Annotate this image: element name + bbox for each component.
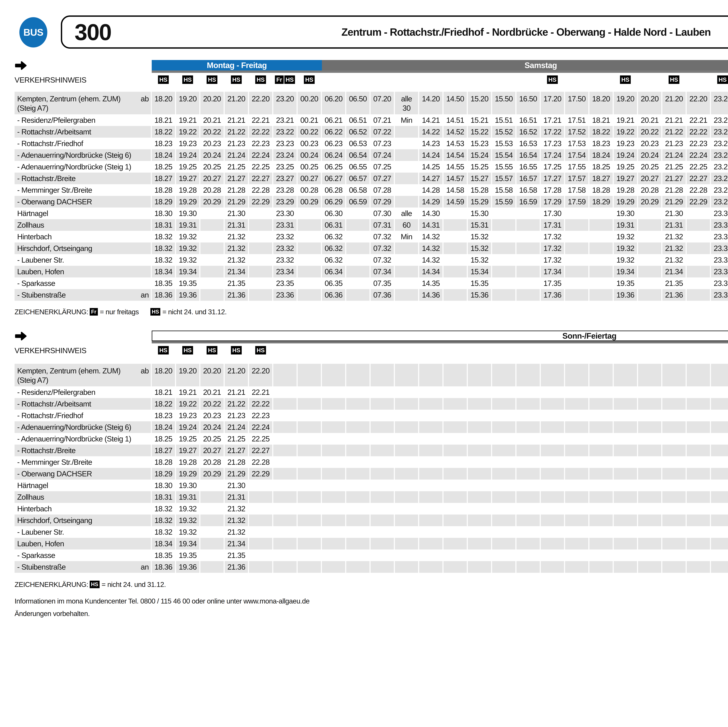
table-row: - Rottachstr./Arbeitsamt18.2219.2220.222… [0, 398, 728, 410]
time-cell: 06.32 [322, 231, 345, 242]
cell-bg [322, 421, 345, 433]
time-cell: 21.35 [225, 277, 248, 289]
time-cell: 07.29 [370, 196, 394, 208]
cell-bg [249, 491, 272, 503]
time-cell: 17.27 [541, 173, 564, 184]
cell-bg [638, 242, 661, 254]
time-cell: 18.35 [152, 277, 175, 289]
time-cell: 21.22 [662, 126, 686, 138]
station-name: Kempten, Zentrum (ehem. ZUM) (Steig A7) [17, 364, 121, 385]
hs-badge: HS [206, 346, 217, 355]
time-cell: 06.20 [322, 92, 345, 103]
time-cell: 20.29 [200, 196, 224, 208]
time-cell: 17.30 [541, 208, 564, 219]
time-cell: 21.25 [662, 161, 686, 173]
station-name: - Sparkasse [17, 549, 55, 561]
time-cell: 21.30 [662, 208, 686, 219]
time-cell: 06.36 [322, 289, 345, 301]
cell-bg [200, 538, 224, 549]
time-cell: 00.28 [298, 184, 321, 196]
cell-bg [395, 538, 418, 549]
station-name: - Rottachstr./Arbeitsamt [17, 126, 91, 138]
time-cell: 18.23 [589, 138, 613, 149]
time-cell: 20.28 [200, 456, 224, 468]
cell-bg [614, 421, 637, 433]
time-cell: 06.31 [322, 219, 345, 231]
cell-bg [541, 538, 564, 549]
time-cell: 20.20 [200, 92, 224, 103]
time-cell: 18.25 [152, 161, 175, 173]
time-cell: 18.29 [152, 196, 175, 208]
hs-badge: HS [717, 75, 728, 84]
cell-bg [273, 445, 297, 456]
time-cell: 19.23 [176, 410, 199, 421]
cell-bg [346, 468, 370, 479]
cell-bg [541, 561, 564, 573]
time-cell: 17.32 [541, 254, 564, 266]
station-name: - Oberwang DACHSER [17, 468, 92, 479]
time-cell: 20.25 [638, 161, 661, 173]
time-cell: 17.32 [541, 242, 564, 254]
time-cell: 16.53 [517, 138, 540, 149]
time-cell: 15.32 [468, 231, 491, 242]
cell-bg [273, 364, 297, 386]
time-cell: 23.32 [711, 242, 728, 254]
table-row: Hinterbach18.3219.3221.32 [0, 503, 728, 514]
cell-bg [200, 219, 224, 231]
time-cell: 19.34 [614, 266, 637, 277]
traffic-note-marks: HS [614, 75, 637, 84]
cell-bg [517, 445, 540, 456]
time-cell: 14.27 [419, 173, 442, 184]
cell-bg [687, 468, 710, 479]
cell-bg [662, 468, 686, 479]
time-cell: 06.52 [346, 126, 370, 138]
cell-bg [370, 491, 394, 503]
time-cell: 15.29 [468, 196, 491, 208]
cell-bg [589, 364, 613, 386]
time-cell: 22.22 [687, 126, 710, 138]
time-cell: 19.25 [614, 161, 637, 173]
cell-bg [346, 242, 370, 254]
time-cell: 23.21 [711, 114, 728, 126]
station-name: - Sparkasse [17, 277, 55, 289]
legend-weekday: ZEICHENERKLÄRUNG:Fr= nur freitagsHS= nic… [15, 308, 226, 316]
cell-bg [273, 538, 297, 549]
cell-bg [614, 445, 637, 456]
time-cell: 06.32 [322, 242, 345, 254]
table-row: - Rottachstr./Friedhof18.2319.2320.2321.… [0, 138, 728, 149]
cell-bg [370, 398, 394, 410]
cell-bg [638, 364, 661, 386]
time-cell: 17.32 [541, 231, 564, 242]
time-cell: 21.31 [662, 219, 686, 231]
cell-bg [273, 514, 297, 526]
time-cell: 21.23 [225, 138, 248, 149]
traffic-note-marks: FrHS [273, 75, 297, 84]
cell-bg [468, 468, 491, 479]
cell-bg [346, 219, 370, 231]
legend-text: = nicht 24. und 31.12. [102, 580, 166, 589]
line-number: 300 [75, 17, 111, 47]
time-cell: 18.28 [589, 184, 613, 196]
time-cell: 23.34 [711, 266, 728, 277]
footer-info-line: Informationen im mona Kundencenter Tel. … [15, 597, 309, 605]
time-cell: 14.52 [444, 126, 467, 138]
station-name: - Laubener Str. [17, 254, 64, 266]
station-name: Härtnagel [17, 479, 48, 491]
cell-bg [614, 561, 637, 573]
time-cell: 14.32 [419, 231, 442, 242]
time-cell: 23.29 [711, 196, 728, 208]
cell-bg [419, 398, 442, 410]
cell-bg [687, 364, 710, 386]
time-cell: 14.23 [419, 138, 442, 149]
time-cell: 22.22 [249, 398, 272, 410]
cell-bg [565, 445, 588, 456]
time-cell: 18.21 [152, 386, 175, 398]
time-cell: 07.34 [370, 266, 394, 277]
time-cell: 14.55 [444, 161, 467, 173]
hs-badge: HS [231, 346, 242, 355]
time-cell: 15.35 [468, 277, 491, 289]
time-cell: 19.31 [614, 219, 637, 231]
cell-bg [200, 242, 224, 254]
cell-bg [517, 242, 540, 254]
time-cell: 19.24 [176, 149, 199, 161]
